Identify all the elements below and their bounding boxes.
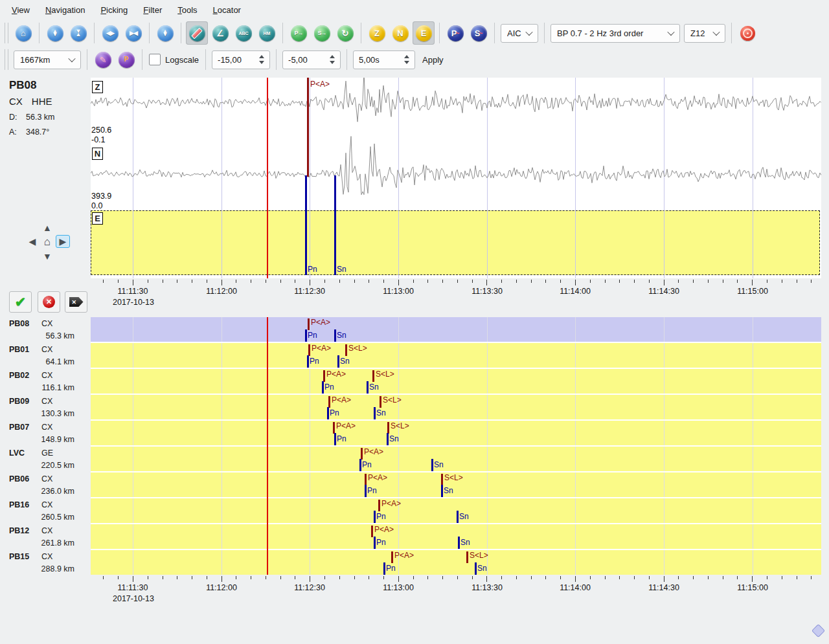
spin-down-icon[interactable] <box>404 61 409 64</box>
manual-pick-marker[interactable] <box>322 381 324 394</box>
station-trace-row-pb12[interactable]: P<A>PnSn <box>91 524 821 549</box>
auto-pick-marker[interactable] <box>308 344 310 356</box>
picker-algorithm-select[interactable]: AIC <box>501 24 538 43</box>
theoretical-s-button[interactable]: S~ <box>468 21 490 45</box>
station-label-pb12[interactable]: PB12CX261.8 km <box>0 524 87 549</box>
auto-pick-marker[interactable] <box>466 551 468 563</box>
station-trace-row-pb09[interactable]: P<A>S<L>PnSn <box>91 395 821 419</box>
station-label-pb08[interactable]: PB08CX56.3 km <box>0 317 87 342</box>
menu-item-tools[interactable]: Tools <box>170 2 205 18</box>
checkbox-icon[interactable] <box>149 54 161 65</box>
manual-pick-marker[interactable] <box>337 355 339 368</box>
amplitude-zoom-reset-button[interactable]: ▼▲ <box>67 21 89 45</box>
auto-pick-marker[interactable] <box>387 422 389 434</box>
spin-up-icon[interactable] <box>259 55 264 58</box>
auto-pick-marker[interactable] <box>372 370 374 382</box>
manual-pick-marker[interactable] <box>441 485 443 497</box>
next-p-pick-button[interactable]: P→ <box>288 21 310 45</box>
manual-pick-marker[interactable] <box>374 407 376 419</box>
home-button[interactable]: ⌂ <box>12 21 34 45</box>
post-time-spinbox[interactable]: -5,00 <box>282 50 341 69</box>
component-z-button[interactable]: Z <box>366 21 388 45</box>
pre-time-spinbox[interactable]: -15,00 <box>212 50 270 69</box>
normalize-amplitude-button[interactable]: ▲▼ <box>154 21 176 45</box>
auto-pick-marker[interactable] <box>345 344 347 356</box>
minmax-button[interactable]: HM <box>256 21 278 45</box>
apply-button[interactable]: Apply <box>422 55 444 65</box>
station-trace-row-lvc[interactable]: P<A>PnSn <box>91 447 821 471</box>
repick-button[interactable]: ↻ <box>334 21 356 45</box>
theoretical-p-button[interactable]: P~ <box>444 21 466 45</box>
auto-pick-marker[interactable] <box>333 422 335 434</box>
amplitude-zoom-in-button[interactable]: ▲▼ <box>44 21 66 45</box>
station-label-pb16[interactable]: PB16CX260.5 km <box>0 498 87 523</box>
pad-down-button[interactable]: ▼ <box>40 250 54 263</box>
amplitude-range-select[interactable]: 1667km <box>14 50 81 69</box>
component-e-button[interactable]: E <box>413 21 435 45</box>
station-label-pb09[interactable]: PB09CX130.3 km <box>0 395 87 419</box>
auto-pick-marker[interactable] <box>328 396 330 408</box>
manual-pick-marker[interactable] <box>307 355 309 368</box>
station-trace-row-pb08[interactable]: P<A>PnSn <box>91 317 821 342</box>
menu-item-locator[interactable]: Locator <box>205 2 249 18</box>
time-zoom-in-button[interactable]: ◀▶ <box>99 21 121 45</box>
station-label-pb06[interactable]: PB06CX236.0 km <box>0 472 87 497</box>
station-trace-row-pb01[interactable]: P<A>S<L>PnSn <box>91 343 821 368</box>
relocate-button[interactable] <box>736 21 758 45</box>
skip-button[interactable]: ✕ <box>65 291 87 313</box>
window-length-spinbox[interactable]: 5,00s <box>353 50 415 69</box>
auto-pick-marker[interactable] <box>378 500 380 511</box>
pad-up-button[interactable]: ▲ <box>40 221 54 234</box>
station-label-lvc[interactable]: LVCGE220.5 km <box>0 447 87 471</box>
spin-down-icon[interactable] <box>330 61 335 64</box>
auto-pick-marker[interactable] <box>441 474 443 485</box>
trace-view[interactable]: P<A>PnSnZ250.6-0.1N393.90.0E <box>91 78 821 278</box>
manual-pick-marker[interactable] <box>431 459 433 471</box>
manual-pick-marker[interactable] <box>334 175 336 275</box>
angle-button[interactable]: ∠ <box>209 21 231 45</box>
station-label-pb07[interactable]: PB07CX148.9 km <box>0 421 87 445</box>
manual-pick-marker[interactable] <box>367 381 369 394</box>
station-trace-row-pb07[interactable]: P<A>S<L>PnSn <box>91 421 821 445</box>
manual-pick-marker[interactable] <box>334 329 336 342</box>
accept-button[interactable]: ✔ <box>9 291 32 313</box>
picker-settings-button[interactable]: P <box>115 48 137 71</box>
auto-pick-marker[interactable] <box>380 396 381 408</box>
manual-pick-marker[interactable] <box>305 329 307 342</box>
filter-select[interactable]: BP 0.7 - 2 Hz 3rd order <box>551 24 680 43</box>
station-label-pb02[interactable]: PB02CX116.1 km <box>0 369 87 394</box>
pad-home-button[interactable]: ⌂ <box>40 235 54 248</box>
phase-labels-button[interactable]: ABC <box>233 21 255 45</box>
manual-pick-marker[interactable] <box>305 175 307 275</box>
component-n-button[interactable]: N <box>389 21 411 45</box>
station-trace-row-pb02[interactable]: P<A>S<L>PnSn <box>91 369 821 394</box>
auto-pick-marker[interactable] <box>391 551 393 563</box>
manual-pick-marker[interactable] <box>383 562 385 575</box>
next-s-pick-button[interactable]: S→ <box>311 21 333 45</box>
picker-pencil-button[interactable]: ✎ <box>92 48 114 71</box>
station-label-pb01[interactable]: PB01CX64.1 km <box>0 343 87 368</box>
manual-pick-marker[interactable] <box>374 511 376 523</box>
orientation-select[interactable]: Z12 <box>684 24 725 43</box>
reject-button[interactable]: ✕ <box>38 291 60 313</box>
pad-left-button[interactable]: ◀ <box>25 235 40 248</box>
spin-up-icon[interactable] <box>330 55 335 58</box>
waveform-canvas[interactable] <box>91 78 821 278</box>
auto-pick-marker[interactable] <box>308 318 310 330</box>
manual-pick-marker[interactable] <box>475 562 477 575</box>
auto-pick-marker[interactable] <box>365 474 367 485</box>
auto-pick-marker[interactable] <box>361 448 363 460</box>
manual-pick-marker[interactable] <box>387 433 389 445</box>
station-trace-row-pb15[interactable]: P<A>S<L>PnSn <box>91 550 821 575</box>
auto-pick-marker[interactable] <box>371 526 373 537</box>
station-trace-row-pb06[interactable]: P<A>S<L>PnSn <box>91 472 821 497</box>
manual-pick-marker[interactable] <box>457 511 459 523</box>
station-label-pb15[interactable]: PB15CX288.9 km <box>0 550 87 575</box>
time-zoom-reset-button[interactable]: ▶◀ <box>122 21 144 45</box>
auto-pick-marker[interactable] <box>307 78 309 177</box>
manual-pick-marker[interactable] <box>365 485 367 497</box>
menu-item-picking[interactable]: Picking <box>93 2 135 18</box>
manual-pick-marker[interactable] <box>359 459 361 471</box>
manual-pick-marker[interactable] <box>458 537 460 549</box>
spin-up-icon[interactable] <box>404 55 409 58</box>
